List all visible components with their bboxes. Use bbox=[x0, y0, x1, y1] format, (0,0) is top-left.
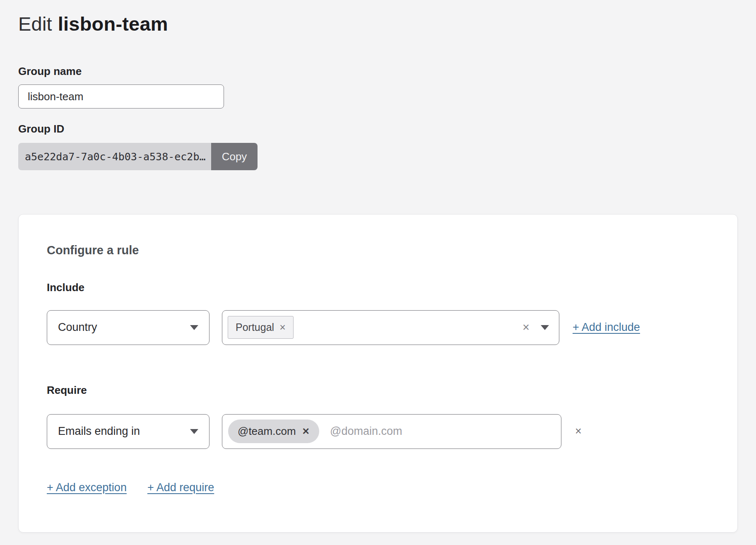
multiselect-controls: × bbox=[522, 321, 549, 333]
rule-links-row: + Add exception + Add require bbox=[47, 481, 709, 494]
chevron-down-icon[interactable] bbox=[541, 325, 549, 330]
include-tag-label: Portugal bbox=[236, 321, 274, 333]
domain-input[interactable] bbox=[329, 424, 553, 438]
rule-card-heading: Configure a rule bbox=[47, 244, 709, 257]
chevron-down-icon bbox=[190, 325, 198, 330]
group-id-value: a5e22da7-7a0c-4b03-a538-ec2b… bbox=[18, 143, 211, 170]
group-id-label: Group ID bbox=[18, 123, 738, 135]
require-tag[interactable]: @team.com ✕ bbox=[228, 420, 319, 443]
remove-tag-icon[interactable]: ✕ bbox=[302, 426, 310, 437]
page-title-action: Edit bbox=[18, 12, 52, 35]
group-name-input[interactable] bbox=[18, 84, 224, 109]
edit-group-page: Edit lisbon-team Group name Group ID a5e… bbox=[0, 0, 756, 545]
group-id-row: a5e22da7-7a0c-4b03-a538-ec2b… Copy bbox=[18, 143, 258, 170]
group-name-label: Group name bbox=[18, 65, 738, 78]
include-selected-option: Country bbox=[58, 321, 97, 334]
require-rule-row: Emails ending in @team.com ✕ × bbox=[47, 414, 709, 449]
add-include-link[interactable]: + Add include bbox=[573, 321, 640, 334]
page-title: Edit lisbon-team bbox=[18, 12, 738, 35]
remove-rule-icon[interactable]: × bbox=[575, 426, 582, 437]
include-label: Include bbox=[47, 281, 709, 294]
include-rule-row: Country Portugal × × + Add include bbox=[47, 310, 709, 345]
require-value-input[interactable]: @team.com ✕ bbox=[222, 414, 561, 449]
require-selector-dropdown[interactable]: Emails ending in bbox=[47, 414, 209, 449]
page-title-group-name: lisbon-team bbox=[58, 12, 168, 35]
include-tag[interactable]: Portugal × bbox=[228, 316, 294, 339]
add-require-link[interactable]: + Add require bbox=[147, 481, 214, 494]
include-value-multiselect[interactable]: Portugal × × bbox=[222, 310, 559, 345]
require-label: Require bbox=[47, 384, 709, 397]
remove-tag-icon[interactable]: × bbox=[279, 322, 286, 333]
include-selector-dropdown[interactable]: Country bbox=[47, 310, 209, 345]
rule-card: Configure a rule Include Country Portuga… bbox=[18, 214, 738, 533]
clear-selection-icon[interactable]: × bbox=[522, 321, 530, 333]
add-exception-link[interactable]: + Add exception bbox=[47, 481, 127, 494]
chevron-down-icon bbox=[190, 429, 198, 434]
require-selected-option: Emails ending in bbox=[58, 425, 140, 438]
copy-button[interactable]: Copy bbox=[211, 143, 258, 170]
require-tag-label: @team.com bbox=[238, 425, 296, 438]
